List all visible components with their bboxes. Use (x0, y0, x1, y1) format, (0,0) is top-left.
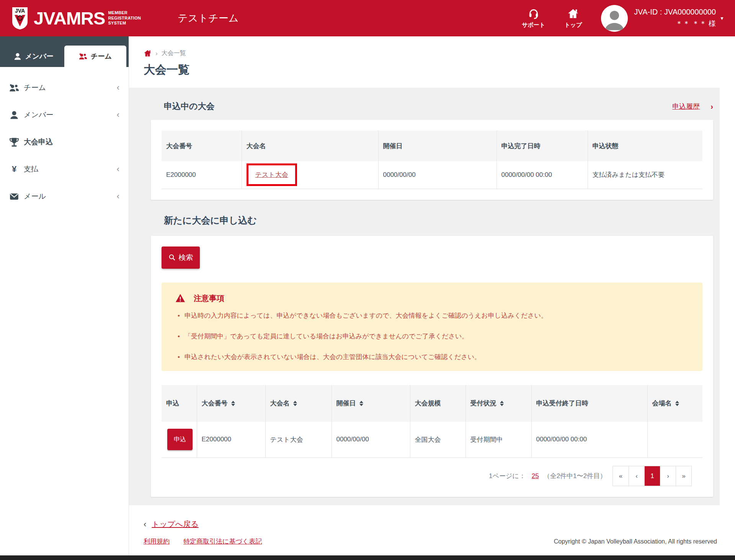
sidebar-item-label: チーム (24, 83, 117, 93)
notice-item: 申込されたい大会が表示されていない場合は、大会の主管団体に該当大会についてご確認… (175, 353, 691, 362)
tab-team[interactable]: チーム (64, 46, 126, 67)
notice-item: 「受付期間中」であっても定員に達している場合はお申込みができませんのでご了承くだ… (175, 332, 691, 341)
notice-item: 申込時の入力内容によっては、申込ができない場合もございますので、大会情報をよくご… (175, 311, 691, 320)
table-row: 申込 E2000000 テスト大会 0000/00/00 全国大会 受付期間中 … (162, 422, 702, 458)
app-root: JVA JVAMRS MEMBER REGISTRATION SYSTEM テス… (0, 0, 735, 560)
tournament-name-cell: テスト大会 (242, 161, 378, 189)
brand-sub-line: REGISTRATION (108, 16, 141, 21)
scale-cell: 全国大会 (410, 422, 466, 458)
person-avatar-icon (601, 5, 628, 32)
header-actions: サポート トップ JVA-ID : JVA000000000 ＊＊ ＊＊ 様 (522, 5, 735, 32)
user-menu[interactable]: JVA-ID : JVA000000000 ＊＊ ＊＊ 様 (634, 8, 716, 29)
sidebar-item-label: 大会申込 (24, 137, 119, 147)
table-row: E2000000 テスト大会 0000/00/00 0000/00/00 00:… (162, 161, 702, 189)
brand-subtitle: MEMBER REGISTRATION SYSTEM (108, 10, 141, 26)
application-history-link[interactable]: 申込履歴 › (672, 102, 713, 111)
column-header: 大会名 (242, 131, 378, 161)
brand-sub-line: SYSTEM (108, 21, 141, 26)
sidebar-item-mail[interactable]: メール ‹ (0, 183, 129, 210)
apply-cell: 申込 (162, 422, 197, 458)
per-page-link[interactable]: 25 (532, 472, 539, 480)
chevron-left-icon: ‹ (144, 519, 146, 529)
sidebar-item-team[interactable]: チーム ‹ (0, 74, 129, 101)
apply-button[interactable]: 申込 (167, 429, 193, 450)
column-header-sortable[interactable]: 受付状況 (466, 385, 531, 422)
pager-buttons: « ‹ 1 › » (612, 466, 692, 486)
tab-team-label: チーム (91, 52, 112, 61)
column-header: 申込完了日時 (497, 131, 588, 161)
chevron-left-icon: ‹ (117, 165, 119, 173)
column-header-sortable[interactable]: 開催日 (332, 385, 410, 422)
tournament-number-cell: E2000000 (197, 422, 265, 458)
per-page-label: 1ページに： (489, 472, 526, 480)
notice-list: 申込時の入力内容によっては、申込ができない場合もございますので、大会情報をよくご… (175, 311, 691, 362)
event-date-cell: 0000/00/00 (332, 422, 410, 458)
first-page-button[interactable]: « (613, 466, 629, 486)
notice-header: 注意事項 (175, 293, 691, 304)
top-label: トップ (564, 21, 582, 29)
brand-name: JVAMRS (34, 9, 105, 27)
content-panel: 申込中の大会 申込履歴 › 大会番号 大会名 開催日 申込完了日 (129, 88, 720, 505)
trophy-icon (9, 137, 19, 147)
new-application-card: 検索 注意事項 申込時の入力内容によっては、申込ができない (151, 236, 713, 497)
copyright: Copyright © Japan Volleyball Association… (554, 538, 717, 545)
user-id: JVA-ID : JVA000000000 (634, 8, 716, 16)
search-button[interactable]: 検索 (162, 247, 200, 269)
sort-icon (293, 401, 297, 406)
tournament-name-link[interactable]: テスト大会 (255, 171, 288, 178)
sidebar-item-payment[interactable]: ¥ 支払 ‹ (0, 155, 129, 183)
page-1-button[interactable]: 1 (644, 466, 660, 486)
home-icon[interactable] (144, 49, 152, 57)
notice-box: 注意事項 申込時の入力内容によっては、申込ができない場合もございますので、大会情… (162, 282, 702, 371)
sidebar-menu: チーム ‹ メンバー ‹ 大会 (0, 67, 129, 210)
venue-cell (647, 422, 702, 458)
column-header-sortable[interactable]: 大会名 (265, 385, 332, 422)
sidebar-tabbar: メンバー チーム (0, 36, 129, 67)
sidebar-item-member[interactable]: メンバー ‹ (0, 101, 129, 128)
home-icon (567, 8, 579, 20)
sidebar-item-label: 支払 (24, 164, 117, 174)
jva-logo-text: JVA (15, 8, 25, 14)
yen-icon: ¥ (9, 164, 19, 174)
top-button[interactable]: トップ (564, 8, 582, 29)
sort-icon (231, 401, 235, 406)
last-page-button[interactable]: » (676, 466, 691, 486)
column-header-sortable[interactable]: 会場名 (647, 385, 702, 422)
avatar[interactable] (601, 5, 628, 32)
column-header: 申込 (162, 385, 197, 422)
brand: JVA JVAMRS MEMBER REGISTRATION SYSTEM テス… (0, 7, 238, 30)
next-page-button[interactable]: › (660, 466, 676, 486)
sort-icon (359, 401, 363, 406)
sidebar: メンバー チーム (0, 36, 129, 560)
support-button[interactable]: サポート (522, 8, 545, 29)
jva-logo-icon: JVA (11, 7, 28, 30)
sidebar-item-tournament-entry[interactable]: 大会申込 (0, 128, 129, 155)
search-icon (168, 254, 176, 261)
warning-icon (175, 294, 185, 303)
column-header-sortable[interactable]: 大会番号 (197, 385, 265, 422)
chevron-right-icon: › (710, 102, 713, 111)
deadline-cell: 0000/00/00 00:00 (531, 422, 647, 458)
sidebar-item-label: メンバー (24, 110, 117, 120)
brand-sub-line: MEMBER (108, 10, 141, 16)
back-to-top-row: ‹ トップへ戻る (144, 519, 735, 529)
chevron-left-icon: ‹ (117, 83, 119, 92)
people-icon (9, 83, 19, 93)
tournament-number-cell: E2000000 (162, 161, 242, 189)
application-history-label: 申込履歴 (672, 102, 705, 111)
footer: 利用規約 特定商取引法に基づく表記 Copyright © Japan Voll… (144, 537, 717, 546)
pagination: 1ページに： 25 （全2件中1〜2件目） « ‹ 1 › » (162, 466, 702, 486)
team-name: テストチーム (178, 11, 238, 25)
tab-member[interactable]: メンバー (2, 46, 64, 67)
page-title: 大会一覧 (144, 62, 735, 78)
prev-page-button[interactable]: ‹ (629, 466, 644, 486)
terms-link[interactable]: 利用規約 (144, 537, 170, 546)
new-application-heading: 新たに大会に申し込む (164, 214, 713, 227)
commercial-law-link[interactable]: 特定商取引法に基づく表記 (183, 537, 262, 546)
app-header: JVA JVAMRS MEMBER REGISTRATION SYSTEM テス… (0, 0, 735, 36)
sort-icon (675, 401, 679, 406)
back-to-top-link[interactable]: トップへ戻る (152, 519, 198, 529)
application-status-cell: 支払済みまたは支払不要 (588, 161, 702, 189)
person-icon (9, 110, 19, 120)
notice-title: 注意事項 (194, 293, 224, 304)
